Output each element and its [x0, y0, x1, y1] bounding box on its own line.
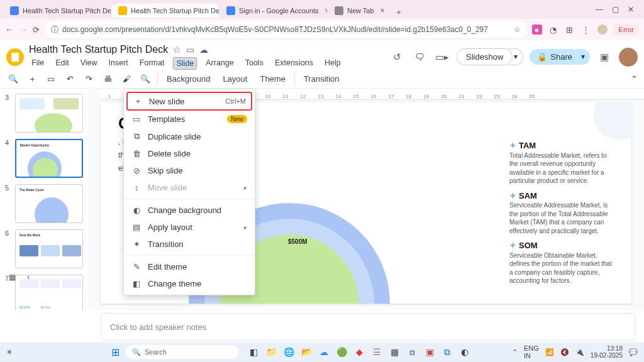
paint-icon[interactable]: 🖌 — [119, 74, 133, 84]
slide-thumb-5[interactable]: The Water Cycle — [15, 184, 83, 223]
app-icon[interactable]: ☁ — [317, 345, 331, 359]
tab-1[interactable]: Health Tech Startup Pitch Deck× — [4, 4, 111, 18]
task-view-icon[interactable]: ◧ — [247, 345, 260, 359]
close-icon[interactable]: × — [380, 6, 385, 15]
history-icon[interactable]: ↺ — [389, 49, 405, 65]
volume-icon[interactable]: 🔇 — [560, 348, 569, 356]
menu-item-duplicate[interactable]: ⧉Duplicate slide — [124, 128, 255, 145]
edge-icon[interactable]: 🟢 — [335, 345, 348, 359]
print-icon[interactable]: 🖶 — [101, 74, 114, 84]
app-icon[interactable]: ◆ — [352, 345, 366, 359]
menu-item-change-background[interactable]: ◐Change background — [124, 202, 255, 219]
toolbar-theme[interactable]: Theme — [256, 72, 289, 85]
menu-file[interactable]: File — [29, 57, 47, 70]
star-icon[interactable]: ☆ — [173, 45, 181, 55]
slideshow-dropdown[interactable]: ▾ — [509, 48, 523, 65]
new-tab-button[interactable]: ＋ — [392, 7, 405, 18]
tray-chevron-icon[interactable]: ⌃ — [512, 348, 518, 356]
doc-title[interactable]: Health Tech Startup Pitch Deck — [29, 44, 168, 55]
wifi-icon[interactable]: 📶 — [545, 348, 554, 356]
extensions-menu-icon[interactable]: ⊞ — [565, 25, 575, 35]
slide-thumb-3[interactable] — [15, 94, 83, 133]
menu-item-templates[interactable]: ▭TemplatesNew — [124, 111, 255, 128]
speaker-notes[interactable]: Click to add speaker notes — [101, 313, 635, 341]
share-dropdown[interactable]: ▾ — [576, 49, 590, 65]
forward-button[interactable]: → — [19, 25, 28, 35]
menu-item-move[interactable]: ↕Move slide▸ — [124, 179, 255, 196]
menu-help[interactable]: Help — [322, 57, 343, 70]
slack-icon[interactable]: ⧈ — [405, 345, 419, 359]
battery-icon[interactable]: 🔌 — [575, 348, 584, 356]
share-button[interactable]: 🔒Share — [530, 49, 580, 65]
menu-slide[interactable]: Slide — [173, 57, 197, 70]
menu-view[interactable]: View — [78, 57, 100, 70]
refresh-button[interactable]: ⟳ — [33, 25, 40, 35]
notifications-icon[interactable]: 💬 — [629, 348, 638, 356]
tab-3[interactable]: Sign in - Google Accounts× — [220, 4, 327, 18]
menu-item-transition[interactable]: ✶Transition — [124, 236, 255, 253]
address-bar[interactable]: ⓘ docs.google.com/presentation/d/1vhkvqM… — [45, 21, 527, 38]
move-icon[interactable]: ▭ — [186, 45, 194, 55]
close-window-icon[interactable]: ✕ — [628, 5, 634, 14]
app-icon[interactable]: ▣ — [423, 345, 436, 359]
menu-arrange[interactable]: Arrange — [203, 57, 236, 70]
star-icon[interactable]: ☆ — [514, 25, 521, 34]
menu-insert[interactable]: Insert — [106, 57, 131, 70]
slide-thumb-6[interactable]: How We Work — [15, 229, 83, 268]
vscode-icon[interactable]: ⧉ — [440, 345, 454, 359]
back-button[interactable]: ← — [5, 25, 14, 35]
toolbar-background[interactable]: Background — [163, 72, 214, 85]
extension-icon[interactable]: ● — [532, 25, 542, 35]
collapse-filmstrip-icon[interactable]: ‹ — [27, 273, 30, 282]
redo-icon[interactable]: ↷ — [82, 74, 96, 84]
cloud-status-icon[interactable]: ☁ — [199, 45, 208, 55]
slides-logo-icon[interactable] — [6, 48, 24, 66]
present-icon[interactable]: ▭▸ — [434, 49, 450, 65]
layout-icon[interactable]: ▭ — [44, 74, 58, 84]
clock[interactable]: 13:1819-02-2025 — [591, 345, 623, 359]
collapse-toolbar-icon[interactable]: ⌃ — [631, 74, 638, 84]
start-button[interactable]: ⊞ — [108, 345, 122, 359]
chrome-menu-icon[interactable]: ⋮ — [581, 25, 591, 35]
explorer-icon[interactable]: 📁 — [264, 345, 278, 359]
language-indicator[interactable]: ENGIN — [524, 344, 539, 359]
close-icon[interactable]: × — [325, 6, 327, 15]
profile-avatar[interactable] — [597, 25, 608, 35]
menu-item-change-theme[interactable]: ◧Change theme — [124, 275, 255, 292]
menu-item-edit-theme[interactable]: ✎Edit theme — [124, 258, 255, 275]
account-avatar[interactable] — [619, 48, 638, 67]
toolbar-layout[interactable]: Layout — [219, 72, 251, 85]
menu-format[interactable]: Format — [137, 57, 167, 70]
new-slide-icon[interactable]: ＋ — [25, 74, 39, 85]
minimize-icon[interactable]: — — [596, 5, 603, 14]
sidebar-toggle-icon[interactable]: ▣ — [596, 49, 613, 65]
tab-2[interactable]: Health Tech Startup Pitch Deck× — [112, 4, 219, 18]
comments-icon[interactable]: 🗨 — [411, 49, 428, 65]
slideshow-button[interactable]: Slideshow — [457, 48, 513, 65]
chrome-icon[interactable]: 🌐 — [282, 345, 296, 359]
grid-view-icon[interactable]: ▦ — [9, 273, 16, 282]
menu-edit[interactable]: Edit — [53, 57, 72, 70]
weather-widget[interactable]: ☀ — [6, 348, 13, 356]
undo-icon[interactable]: ↶ — [63, 74, 77, 84]
menu-extensions[interactable]: Extensions — [272, 57, 316, 70]
app-icon[interactable]: ◐ — [458, 345, 472, 359]
slide-thumb-4[interactable]: Market Opportunity — [15, 139, 83, 178]
toolbar-transition[interactable]: Transition — [300, 72, 343, 85]
market-definitions[interactable]: TAM Total Addressable Market, refers to … — [509, 135, 616, 285]
menu-tools[interactable]: Tools — [243, 57, 266, 70]
menu-item-apply-layout[interactable]: ▤Apply layout▸ — [124, 219, 255, 236]
zoom-icon[interactable]: 🔍 — [138, 74, 152, 84]
app-icon[interactable]: 📂 — [299, 345, 313, 359]
extension-icon[interactable]: ◔ — [548, 25, 558, 35]
search-icon[interactable]: 🔍 — [6, 74, 20, 84]
taskbar-search[interactable]: 🔍Search — [126, 345, 239, 359]
menu-item-skip[interactable]: ⊘Skip slide — [124, 162, 255, 179]
app-icon[interactable]: ☰ — [370, 345, 384, 359]
app-icon[interactable]: ▦ — [387, 345, 401, 359]
site-info-icon[interactable]: ⓘ — [51, 25, 58, 35]
tab-4[interactable]: New Tab× — [328, 4, 391, 18]
error-indicator[interactable]: Error — [614, 24, 639, 35]
menu-item-delete[interactable]: 🗑Delete slide — [124, 145, 255, 162]
menu-item-new-slide[interactable]: ＋New slideCtrl+M — [126, 92, 252, 111]
